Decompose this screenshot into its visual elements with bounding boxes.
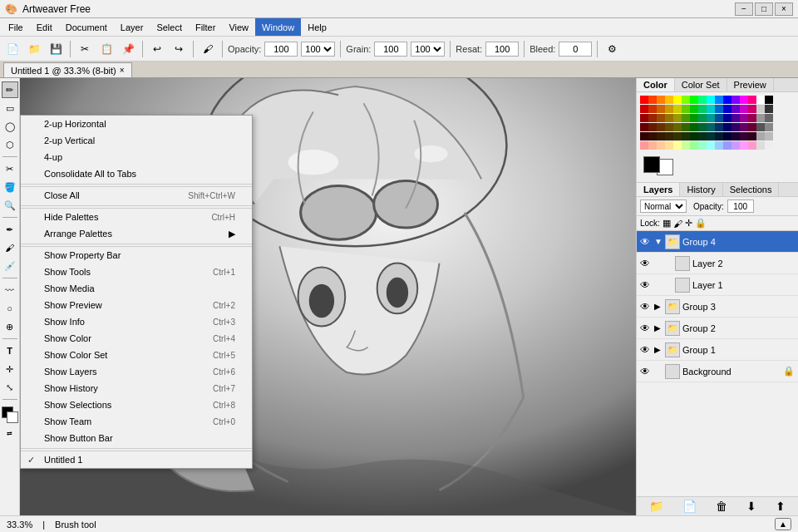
grain-dropdown[interactable]: 100 [411, 42, 445, 57]
color-swatch[interactable] [648, 96, 657, 104]
undo-button[interactable]: ↩ [148, 40, 166, 58]
lock-paint-icon[interactable]: 🖌 [673, 219, 682, 229]
tool-zoom[interactable]: 🔍 [2, 197, 18, 214]
swap-colors[interactable]: ⇄ [2, 425, 18, 441]
color-swatch[interactable] [657, 96, 665, 104]
document-tab-close[interactable]: × [120, 66, 125, 75]
tool-move[interactable]: ✛ [2, 361, 18, 377]
color-swatch[interactable] [748, 105, 756, 113]
color-swatch[interactable] [690, 123, 698, 131]
blend-mode-select[interactable]: Normal Multiply Screen [640, 200, 687, 213]
color-swatch[interactable] [673, 123, 682, 131]
layer-row[interactable]: 👁▼📁Group 4 [637, 231, 798, 253]
menu-select[interactable]: Select [150, 18, 189, 36]
color-swatch[interactable] [698, 105, 707, 113]
color-swatch[interactable] [723, 123, 732, 131]
color-swatch[interactable] [665, 123, 673, 131]
new-group-button[interactable]: 📁 [646, 500, 667, 513]
new-layer-button[interactable]: 📄 [679, 500, 700, 513]
color-swatch[interactable] [732, 123, 740, 131]
layer-expand-icon[interactable]: ▶ [654, 345, 663, 354]
menu-file[interactable]: File [2, 18, 30, 36]
layer-visibility-icon[interactable]: 👁 [640, 236, 652, 248]
menu-item-4up[interactable]: 4-up [21, 149, 252, 165]
menu-item-2up-horizontal[interactable]: 2-up Horizontal [21, 116, 252, 132]
layer-visibility-icon[interactable]: 👁 [640, 323, 652, 334]
layer-row[interactable]: 👁Layer 1 [637, 274, 798, 296]
menu-item-consolidate[interactable]: Consolidate All to Tabs [21, 165, 252, 182]
layer-visibility-icon[interactable]: 👁 [640, 301, 652, 313]
color-swatch[interactable] [748, 123, 756, 131]
color-swatch[interactable] [648, 132, 657, 140]
color-swatch[interactable] [665, 114, 673, 122]
color-swatch[interactable] [698, 114, 707, 122]
color-swatch[interactable] [665, 141, 673, 150]
color-swatch[interactable] [698, 96, 707, 104]
color-swatch[interactable] [657, 114, 665, 122]
color-swatch[interactable] [648, 123, 657, 131]
color-swatch[interactable] [740, 114, 748, 122]
color-swatch[interactable] [723, 141, 732, 150]
menu-item-show-color[interactable]: Show Color Ctrl+4 [21, 330, 252, 347]
color-swatch[interactable] [682, 96, 690, 104]
layer-row[interactable]: 👁▶📁Group 2 [637, 318, 798, 339]
opacity-dropdown[interactable]: 100 [301, 42, 335, 57]
color-swatch[interactable] [740, 132, 748, 140]
nav-button[interactable]: ▲ [775, 518, 791, 530]
layers-tab-history[interactable]: History [680, 183, 722, 196]
color-swatch[interactable] [640, 96, 648, 104]
layers-tab-selections[interactable]: Selections [723, 183, 780, 196]
layer-visibility-icon[interactable]: 👁 [640, 279, 652, 291]
color-swatch[interactable] [748, 96, 756, 104]
color-swatch[interactable] [657, 132, 665, 140]
color-swatch[interactable] [673, 96, 682, 104]
document-tab[interactable]: Untitled 1 @ 33.3% (8-bit) × [3, 62, 132, 77]
color-swatch[interactable] [748, 132, 756, 140]
color-swatch[interactable] [673, 114, 682, 122]
foreground-color-box[interactable] [643, 156, 660, 173]
menu-document[interactable]: Document [59, 18, 114, 36]
delete-layer-button[interactable]: 🗑 [712, 500, 731, 513]
layer-up-button[interactable]: ⬆ [772, 500, 789, 513]
color-swatch[interactable] [715, 141, 723, 150]
layer-expand-icon[interactable]: ▶ [654, 323, 663, 332]
bleed-input[interactable] [559, 42, 592, 57]
color-swatch[interactable] [698, 141, 707, 150]
tool-smudge[interactable]: 〰 [2, 282, 18, 298]
color-swatch[interactable] [690, 96, 698, 104]
color-swatch[interactable] [690, 114, 698, 122]
color-swatch[interactable] [756, 141, 765, 150]
opacity-input[interactable] [264, 42, 298, 57]
menu-item-hide-palettes[interactable]: Hide Palettes Ctrl+H [21, 209, 252, 225]
color-swatch[interactable] [698, 123, 707, 131]
color-swatch[interactable] [732, 114, 740, 122]
color-swatch[interactable] [707, 105, 715, 113]
menu-item-close-all[interactable]: Close All Shift+Ctrl+W [21, 187, 252, 204]
color-swatch[interactable] [690, 141, 698, 150]
menu-item-show-history[interactable]: Show History Ctrl+7 [21, 380, 252, 397]
lock-transparency-icon[interactable]: ▦ [663, 218, 671, 229]
color-swatch[interactable] [682, 141, 690, 150]
layer-row[interactable]: 👁▶📁Group 3 [637, 296, 798, 318]
color-swatch[interactable] [682, 114, 690, 122]
color-swatch[interactable] [765, 114, 773, 122]
color-swatch[interactable] [707, 96, 715, 104]
open-button[interactable]: 📁 [25, 40, 43, 58]
menu-edit[interactable]: Edit [30, 18, 59, 36]
menu-item-show-preview[interactable]: Show Preview Ctrl+2 [21, 297, 252, 313]
color-swatch[interactable] [732, 132, 740, 140]
resat-input[interactable] [485, 42, 519, 57]
color-swatch[interactable] [715, 123, 723, 131]
tool-crop[interactable]: ✂ [2, 160, 18, 177]
color-swatch[interactable] [665, 96, 673, 104]
color-swatch[interactable] [665, 132, 673, 140]
menu-view[interactable]: View [222, 18, 255, 36]
color-swatch[interactable] [765, 96, 773, 104]
color-swatch[interactable] [756, 96, 765, 104]
color-tab-color[interactable]: Color [637, 78, 675, 91]
settings-button[interactable]: ⚙ [603, 40, 621, 58]
color-swatch[interactable] [732, 105, 740, 113]
color-swatch[interactable] [640, 141, 648, 150]
menu-item-show-property-bar[interactable]: Show Property Bar [21, 247, 252, 264]
color-swatch[interactable] [740, 141, 748, 150]
